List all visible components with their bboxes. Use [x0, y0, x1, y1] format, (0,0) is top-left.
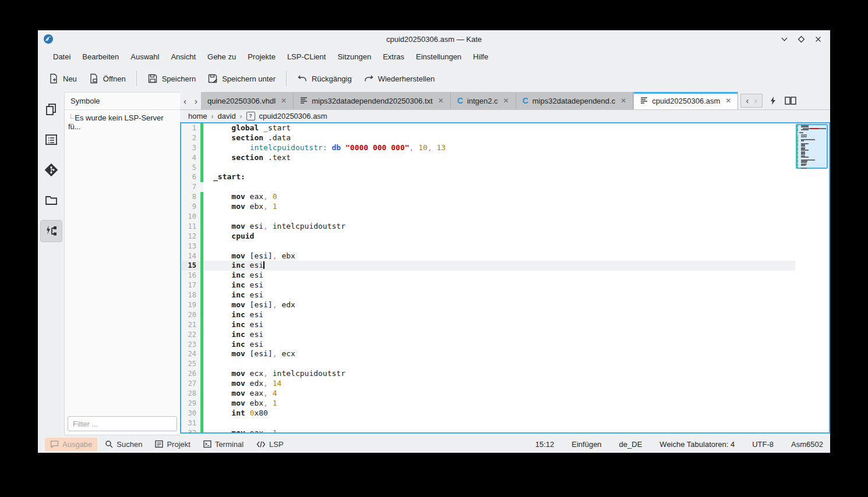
statusbar-highlight-mode[interactable]: Asm6502 [791, 440, 823, 449]
tab-cpuid20250306.asm[interactable]: cpuid20250306.asm✕ [633, 92, 738, 109]
menu-item-projekte[interactable]: Projekte [242, 50, 281, 63]
open-button[interactable]: Öffnen [83, 69, 132, 88]
line-number: 13 [181, 242, 200, 251]
menu-item-einstellungen[interactable]: Einstellungen [410, 50, 467, 63]
menu-item-bearbeiten[interactable]: Bearbeiten [76, 50, 125, 63]
line-number: 16 [181, 271, 200, 281]
code-line-text[interactable]: mov esi, intelcpuidoutstr [203, 222, 795, 232]
code-line-text[interactable] [203, 418, 795, 428]
line-number: 8 [181, 192, 200, 202]
forward-icon[interactable]: › [754, 96, 757, 105]
menu-item-ansicht[interactable]: Ansicht [165, 50, 202, 63]
code-line-text[interactable] [203, 163, 795, 173]
code-line-text[interactable]: inc esi [203, 340, 795, 350]
code-line-5: 5 [181, 163, 795, 173]
code-line-text[interactable] [203, 212, 795, 222]
code-line-text[interactable]: mov eax, 1 [203, 428, 795, 432]
statusbar-tab-settings[interactable]: Weiche Tabulatoren: 4 [659, 440, 735, 449]
menu-item-lspclient[interactable]: LSP-CLient [281, 50, 331, 63]
code-line-text[interactable]: inc esi [203, 310, 795, 320]
menu-item-auswahl[interactable]: Auswahl [125, 50, 165, 63]
tab-prev-icon[interactable]: ‹ [184, 96, 186, 106]
code-line-text[interactable]: mov eax, 4 [203, 389, 795, 399]
code-line-text[interactable]: mov edx, 14 [203, 379, 795, 389]
breadcrumb-item-david[interactable]: david [218, 112, 236, 120]
tab-close-icon[interactable]: ✕ [503, 97, 509, 105]
menu-item-extras[interactable]: Extras [377, 50, 410, 63]
code-line-2: 2 section .data [181, 133, 795, 143]
statusbar-terminal-button[interactable]: Terminal [198, 438, 249, 451]
maximize-icon[interactable] [798, 36, 805, 43]
code-line-text[interactable]: inc esi [203, 330, 795, 340]
breadcrumb-file[interactable]: cpuid20250306.asm [259, 112, 327, 120]
code-area[interactable]: 1 global _start2 section .data3 intelcpu… [181, 123, 795, 432]
list-icon[interactable] [41, 129, 62, 150]
code-line-text[interactable]: inc esi [203, 261, 795, 271]
code-line-text[interactable]: mov [esi], ebx [203, 251, 795, 261]
tab-close-icon[interactable]: ✕ [281, 97, 287, 105]
code-line-text[interactable]: inc esi [203, 320, 795, 330]
code-line-text[interactable]: mov ecx, intelcpuidoutstr [203, 369, 795, 379]
code-line-text[interactable]: mov ebx, 1 [203, 202, 795, 212]
menu-item-datei[interactable]: Datei [47, 50, 76, 63]
split-view-icon[interactable] [785, 96, 796, 105]
statusbar-lsp-button[interactable]: LSP [251, 438, 289, 451]
new-button[interactable]: Neu [43, 69, 83, 88]
quick-open-icon[interactable] [768, 96, 778, 105]
code-line-9: 9 mov ebx, 1 [181, 202, 795, 212]
redo-button[interactable]: Wiederherstellen [358, 69, 441, 88]
tab-quine20250306.vhdl[interactable]: quine20250306.vhdl✕ [201, 92, 294, 109]
code-line-text[interactable]: cpuid [203, 232, 795, 242]
tab-mips32datadependend.c[interactable]: Cmips32datadependend.c✕ [516, 92, 634, 109]
statusbar-suchen-button[interactable]: Suchen [100, 438, 147, 451]
save-as-button[interactable]: Speichern unter [202, 69, 281, 88]
statusbar-ausgabe-button[interactable]: Ausgabe [45, 438, 97, 451]
code-line-text[interactable]: inc esi [203, 281, 795, 290]
back-icon[interactable]: ‹ [746, 96, 749, 105]
tab-close-icon[interactable]: ✕ [620, 97, 626, 105]
code-line-text[interactable]: mov [esi], edx [203, 300, 795, 310]
close-icon[interactable] [814, 36, 822, 43]
code-line-text[interactable]: inc esi [203, 271, 795, 281]
menu-item-gehezu[interactable]: Gehe zu [202, 50, 242, 63]
filter-input[interactable] [68, 416, 177, 431]
code-line-text[interactable]: mov eax, 0 [203, 192, 795, 202]
code-line-text[interactable]: _start: [203, 172, 795, 182]
git-icon[interactable] [41, 159, 62, 180]
minimap-scrollbar[interactable] [795, 123, 829, 432]
code-line-text[interactable] [203, 182, 795, 192]
tab-close-icon[interactable]: ✕ [438, 97, 444, 105]
code-line-text[interactable] [203, 359, 795, 369]
code-line-text[interactable]: inc esi [203, 290, 795, 300]
statusbar-projekt-button[interactable]: Projekt [150, 438, 195, 451]
line-number: 26 [181, 369, 200, 379]
code-line-text[interactable]: section .text [203, 153, 795, 163]
code-line-text[interactable]: intelcpuidoutstr: db "0000 000 000", 10,… [203, 143, 795, 153]
code-line-text[interactable]: int 0x80 [203, 409, 795, 418]
symbols-icon[interactable] [40, 220, 62, 242]
statusbar-insert-mode[interactable]: Einfügen [571, 440, 601, 449]
documents-icon[interactable] [41, 99, 62, 120]
symbols-tree[interactable]: └Es wurde kein LSP-Server fü... [65, 110, 180, 414]
breadcrumb-item-home[interactable]: home [188, 112, 207, 120]
menu-item-hilfe[interactable]: Hilfe [467, 50, 494, 63]
statusbar-cursor-position[interactable]: 15:12 [535, 440, 555, 449]
tab-next-icon[interactable]: › [195, 96, 197, 106]
code-line-text[interactable]: global _start [203, 123, 795, 133]
line-number: 1 [181, 123, 200, 133]
save-button[interactable]: Speichern [142, 69, 202, 88]
tab-close-icon[interactable]: ✕ [725, 97, 731, 105]
folder-icon[interactable] [41, 190, 62, 211]
undo-button[interactable]: Rückgängig [291, 69, 358, 88]
tab-mips32datadependend20250306.txt[interactable]: mips32datadependend20250306.txt✕ [294, 92, 451, 109]
menu-item-sitzungen[interactable]: Sitzungen [331, 50, 377, 63]
code-line-text[interactable]: section .data [203, 133, 795, 143]
code-line-text[interactable]: mov ebx, 1 [203, 399, 795, 409]
title-bar[interactable]: cpuid20250306.asm — Kate [38, 30, 830, 48]
tab-intgen2.c[interactable]: Cintgen2.c✕ [451, 92, 516, 109]
code-line-text[interactable] [203, 242, 795, 251]
statusbar-encoding[interactable]: UTF-8 [752, 440, 774, 449]
minimize-icon[interactable] [781, 36, 788, 43]
code-line-text[interactable]: mov [esi], ecx [203, 349, 795, 359]
statusbar-dictionary[interactable]: de_DE [619, 440, 643, 449]
